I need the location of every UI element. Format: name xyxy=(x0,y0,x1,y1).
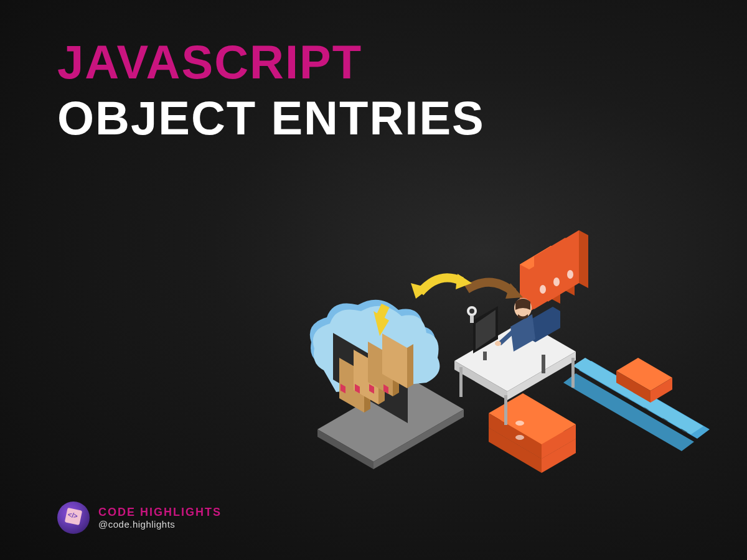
svg-point-12 xyxy=(515,435,524,440)
brand-handle: @code.highlights xyxy=(98,519,222,530)
laptop-cloud xyxy=(299,300,464,469)
svg-point-9 xyxy=(553,278,560,286)
binders-stack-bottom xyxy=(489,393,576,473)
svg-point-18 xyxy=(495,341,501,346)
brand-avatar-icon xyxy=(57,502,90,534)
svg-rect-22 xyxy=(470,315,474,323)
svg-rect-13 xyxy=(459,367,463,397)
svg-rect-16 xyxy=(542,355,545,373)
arrow-yellow-top-icon xyxy=(411,274,472,299)
title-line-2: OBJECT ENTRIES xyxy=(57,95,485,142)
hero-illustration xyxy=(299,218,722,492)
arrow-brown-icon xyxy=(467,282,523,299)
brand-footer: CODE HIGHLIGHTS @code.highlights xyxy=(57,502,222,534)
svg-point-10 xyxy=(567,270,573,279)
brand-text-block: CODE HIGHLIGHTS @code.highlights xyxy=(98,506,222,530)
title-line-1: JAVASCRIPT xyxy=(57,39,485,86)
svg-point-8 xyxy=(540,285,546,294)
svg-rect-14 xyxy=(504,395,507,425)
svg-rect-19 xyxy=(483,352,487,360)
svg-rect-15 xyxy=(571,358,575,388)
brand-name: CODE HIGHLIGHTS xyxy=(98,506,222,519)
title-block: JAVASCRIPT OBJECT ENTRIES xyxy=(57,39,485,142)
svg-point-11 xyxy=(515,421,524,426)
svg-point-21 xyxy=(469,309,474,314)
